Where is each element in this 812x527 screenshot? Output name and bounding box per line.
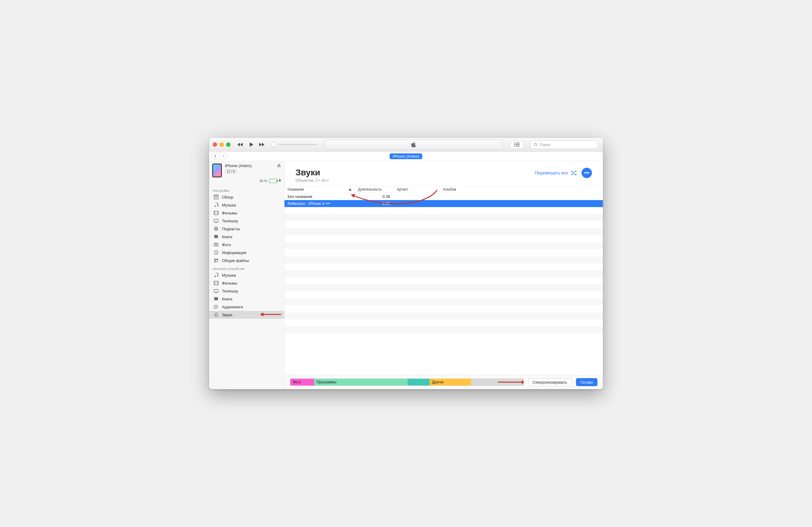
sidebar-item-tv[interactable]: Телешоу — [209, 287, 284, 295]
sidebar-item-books[interactable]: Книги — [209, 233, 284, 241]
sync-button[interactable]: Синхронизировать — [528, 378, 572, 386]
cell-duration: 0:05 — [355, 201, 393, 206]
ellipsis-icon: ••• — [584, 170, 590, 176]
sidebar-item-info[interactable]: Информация — [209, 249, 284, 256]
usage-free — [471, 379, 523, 386]
sidebar-item-label: Музыка — [222, 203, 236, 207]
sidebar-settings-list: ОбзорМузыкаФильмыТелешоуПодкастыКнигиФот… — [209, 193, 284, 265]
close-window-button[interactable] — [213, 142, 217, 147]
table-row — [285, 228, 603, 235]
apple-logo-icon — [410, 141, 417, 148]
more-options-button[interactable]: ••• — [581, 168, 592, 178]
play-button[interactable] — [247, 141, 256, 148]
sidebar-item-label: Телешоу — [222, 219, 238, 223]
device-capacity-badge: 16 ГБ — [225, 169, 236, 174]
svg-rect-22 — [214, 261, 216, 262]
page-title: Звуки — [295, 168, 329, 178]
sidebar-item-apps[interactable]: Общие файлы — [209, 256, 284, 265]
minimize-window-button[interactable] — [219, 142, 224, 147]
done-button[interactable]: Готово — [576, 378, 597, 386]
table-row — [285, 207, 603, 214]
column-name[interactable]: Название — [285, 186, 355, 193]
table-row — [285, 291, 603, 298]
table-row — [285, 235, 603, 242]
sidebar-item-tv[interactable]: Телешоу — [209, 217, 284, 225]
svg-point-6 — [215, 206, 216, 207]
search-field[interactable]: Поиск — [530, 140, 598, 149]
breadcrumb-device-pill[interactable]: iPhone (Artem) — [390, 153, 422, 159]
table-row — [285, 270, 603, 277]
sidebar-item-film[interactable]: Фильмы — [209, 209, 284, 217]
column-duration-label: Длительность — [358, 187, 382, 192]
sidebar-item-label: Фото — [222, 242, 231, 247]
sidebar-item-film[interactable]: Фильмы — [209, 279, 284, 287]
cell-duration: 0:38 — [355, 194, 393, 199]
volume-slider[interactable] — [271, 142, 317, 147]
table-row[interactable]: Reflection - iPhone X •••0:05 — [285, 200, 603, 207]
sidebar-item-label: Обзор — [222, 195, 233, 199]
zoom-window-button[interactable] — [226, 142, 231, 147]
column-duration[interactable]: Длительность — [355, 186, 394, 193]
apps-icon — [213, 258, 219, 263]
cell-name: Без названия — [285, 194, 355, 199]
forward-button[interactable] — [219, 153, 227, 159]
annotation-footer-arrow — [498, 380, 524, 384]
sidebar-section-settings-label: Настройки — [209, 186, 284, 193]
next-track-button[interactable] — [258, 141, 266, 148]
svg-rect-8 — [214, 211, 218, 215]
sidebar-item-label: Телешоу — [222, 289, 238, 293]
sync-button-label: Синхронизировать — [533, 380, 567, 385]
table-row — [285, 284, 603, 291]
history-nav — [212, 153, 227, 160]
table-row — [285, 319, 603, 326]
sidebar-item-bell[interactable]: Звуки — [209, 311, 284, 319]
battery-percent-label: 50 % — [260, 179, 267, 183]
previous-track-button[interactable] — [236, 141, 245, 148]
sidebar-item-label: Фильмы — [222, 281, 237, 285]
music-icon — [213, 202, 219, 207]
column-artist[interactable]: Артист — [394, 186, 440, 193]
usage-other-label: Другое — [432, 380, 444, 384]
table-row — [285, 298, 603, 305]
column-album[interactable]: Альбом — [440, 186, 603, 193]
sidebar-section-ondevice-label: На моем устройстве — [209, 265, 284, 271]
svg-point-15 — [215, 244, 217, 245]
music-icon — [213, 273, 219, 277]
camera-icon — [213, 242, 219, 247]
table-row — [285, 277, 603, 284]
table-row — [285, 249, 603, 256]
main-panel: Звуки Объектов: 2 • 43 с Перемешать все … — [285, 161, 603, 389]
sidebar-item-music[interactable]: Музыка — [209, 271, 284, 279]
sidebar-item-summary[interactable]: Обзор — [209, 193, 284, 201]
audiobook-icon — [213, 304, 219, 309]
table-row[interactable]: Без названия0:38 — [285, 193, 603, 200]
sidebar-item-podcast[interactable]: Подкасты — [209, 225, 284, 233]
sidebar-item-books[interactable]: Книги — [209, 295, 284, 303]
svg-rect-25 — [214, 281, 218, 285]
sidebar: iPhone (Artem) 16 ГБ 50 % — [209, 161, 285, 389]
column-name-label: Название — [288, 187, 304, 192]
shuffle-all-button[interactable]: Перемешать все — [535, 170, 577, 175]
books-icon — [213, 297, 219, 301]
column-artist-label: Артист — [397, 187, 408, 192]
podcast-icon — [213, 226, 219, 231]
back-button[interactable] — [212, 153, 219, 159]
sidebar-item-music[interactable]: Музыка — [209, 201, 284, 209]
view-as-list-button[interactable] — [510, 140, 523, 149]
storage-usage-bar: Фото Программы Другое — [290, 378, 524, 386]
svg-rect-16 — [215, 243, 216, 243]
sidebar-item-audiobook[interactable]: Аудиокниги — [209, 303, 284, 311]
eject-device-button[interactable] — [277, 164, 281, 169]
svg-rect-20 — [214, 259, 216, 260]
window-traffic-lights — [213, 142, 231, 147]
sidebar-item-label: Информация — [222, 251, 246, 255]
volume-knob[interactable] — [271, 142, 276, 147]
table-header: Название Длительность Артист Альбом — [285, 186, 603, 193]
search-placeholder: Поиск — [539, 142, 550, 147]
svg-rect-21 — [216, 259, 218, 260]
titlebar: Поиск — [209, 138, 603, 152]
sidebar-item-camera[interactable]: Фото — [209, 241, 284, 249]
svg-point-0 — [534, 143, 537, 146]
done-button-label: Готово — [581, 380, 593, 385]
volume-track[interactable] — [279, 144, 317, 145]
